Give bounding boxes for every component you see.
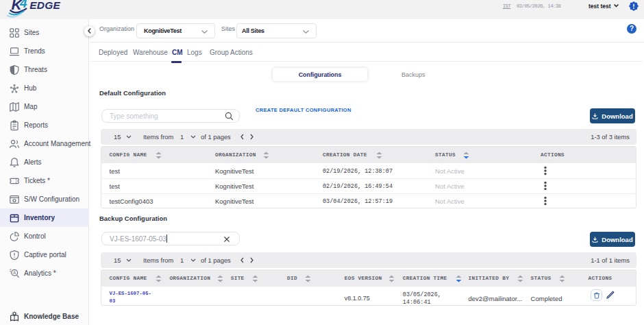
svg-text:EDGE: EDGE	[29, 0, 60, 11]
svg-text:A: A	[13, 270, 16, 275]
svg-text:?: ?	[630, 25, 634, 32]
